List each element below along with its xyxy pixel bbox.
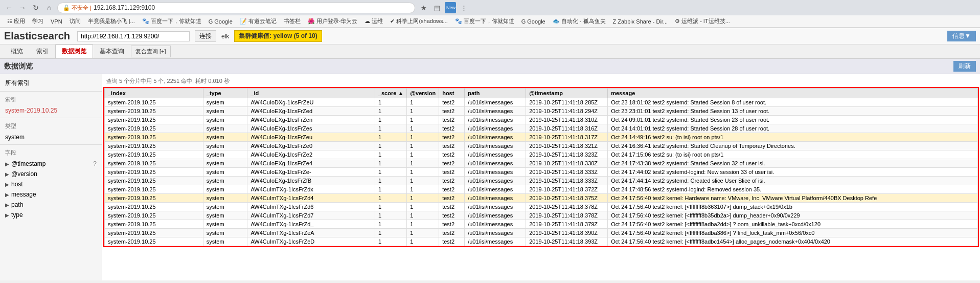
table-cell: AW4CuIoEXg-1IcsFrZed — [247, 107, 375, 116]
col-timestamp: @timestamp — [526, 89, 608, 98]
table-cell: AW4CuIoEXg-1IcsFrZe0 — [247, 142, 375, 150]
table-row[interactable]: system-2019.10.25systemAW4CuIoEXg-1IcsFr… — [105, 159, 978, 168]
home-button[interactable]: ⌂ — [44, 3, 54, 13]
sidebar-field-message[interactable]: ▶ message — [0, 189, 102, 200]
table-cell: test2 — [439, 124, 465, 133]
table-row[interactable]: system-2019.10.25systemAW4CuImTXg-1IcsFr… — [105, 229, 978, 237]
tab-index[interactable]: 索引 — [30, 45, 55, 58]
col-score[interactable]: _score ▲ — [375, 89, 406, 98]
tab-data-browse[interactable]: 数据浏览 — [55, 45, 93, 58]
new-tab-indicator: New — [445, 2, 456, 13]
connect-button[interactable]: 连接 — [195, 30, 216, 42]
bookmark-2[interactable]: VPN — [48, 17, 65, 26]
table-cell: AW4CuImTXg-1IcsFrZd7 — [247, 211, 375, 220]
table-cell: Oct 23 23:01:01 test2 systemd: Started S… — [608, 107, 978, 116]
sidebar-field-host[interactable]: ▶ host — [0, 179, 102, 189]
table-cell: AW4CuIoEXg-1IcsFrZen — [247, 116, 375, 124]
table-cell: 1 — [375, 159, 406, 168]
table-cell: system — [203, 185, 247, 194]
table-cell: 1 — [375, 107, 406, 116]
bookmark-yunwei2[interactable]: ⚙ 运维派 - IT运维技... — [672, 16, 733, 26]
table-cell: AW4CuIoEXg-1IcsFrZe2 — [247, 150, 375, 159]
table-row[interactable]: system-2019.10.25systemAW4CuImTXg-1IcsFr… — [105, 220, 978, 229]
table-row[interactable]: system-2019.10.25systemAW4CuIoEXg-1IcsFr… — [105, 150, 978, 159]
refresh-button[interactable]: 刷新 — [953, 61, 976, 72]
table-row[interactable]: system-2019.10.25systemAW4CuIoEXg-1IcsFr… — [105, 116, 978, 124]
bookmark-zabbix[interactable]: Z Zabbix Share - Dir... — [610, 17, 671, 26]
table-cell: test2 — [439, 229, 465, 237]
bookmark-huawei[interactable]: 🌺 用户登录-华为云 — [305, 16, 361, 26]
table-cell: /u01/isi/messages — [465, 142, 526, 150]
sidebar-field-version[interactable]: ▶ @version — [0, 169, 102, 179]
bookmark-star-button[interactable]: ★ — [418, 2, 429, 13]
table-row[interactable]: system-2019.10.25systemAW4CuIoEXg-1IcsFr… — [105, 142, 978, 150]
bookmark-youdao[interactable]: 📝 有道云笔记 — [237, 16, 280, 26]
address-bar[interactable]: 🔓 不安全 | 192.168.171.129:9100 — [57, 3, 415, 13]
table-row[interactable]: system-2019.10.25systemAW4CuImTXg-1IcsFr… — [105, 185, 978, 194]
bookmark-bookmarks[interactable]: 书签栏 — [281, 16, 304, 26]
col-type: _type — [203, 89, 247, 98]
table-row[interactable]: system-2019.10.25systemAW4CuImTXg-1IcsFr… — [105, 237, 978, 246]
expand-arrow-type: ▶ — [5, 212, 9, 218]
col-id: _id — [247, 89, 375, 98]
table-row[interactable]: system-2019.10.25systemAW4CuIoEXg-1IcsFr… — [105, 107, 978, 116]
extensions-button[interactable]: ▤ — [431, 2, 443, 13]
sidebar-field-type[interactable]: ▶ type — [0, 210, 102, 220]
forward-button[interactable]: → — [17, 3, 28, 13]
table-row[interactable]: system-2019.10.25systemAW4CuIoEXg-1IcsFr… — [105, 168, 978, 177]
table-row[interactable]: system-2019.10.25systemAW4CuIoEXg-1IcsFr… — [105, 177, 978, 185]
table-header-row: _index _type _id _score ▲ @version host … — [105, 89, 978, 98]
col-index: _index — [105, 89, 203, 98]
table-cell: 1 — [407, 220, 439, 229]
bookmark-baidu2[interactable]: 🐾 百度一下，你就知道 — [452, 16, 517, 26]
apps-bookmark[interactable]: ☷ 应用 — [4, 16, 28, 26]
bookmark-autofish[interactable]: 🐟 自动化 - 孤岛鱼夫 — [550, 16, 609, 26]
menu-button[interactable]: ⋮ — [458, 2, 469, 13]
bookmark-label-6: Google — [214, 18, 232, 25]
table-row[interactable]: system-2019.10.25systemAW4CuIoEXg-1IcsFr… — [105, 124, 978, 133]
url-input[interactable] — [77, 31, 190, 41]
app: Elasticsearch 连接 elk 集群健康值: yellow (5 of… — [0, 28, 980, 280]
sidebar-divider-3 — [0, 144, 102, 145]
reload-button[interactable]: ↻ — [31, 3, 41, 13]
bookmark-google[interactable]: G Google — [206, 17, 236, 26]
table-cell: 1 — [407, 150, 439, 159]
data-panel: 查询 5 个分片中用 5 个, 2251 命中, 耗时 0.010 秒 _ind… — [102, 74, 980, 280]
bookmark-google2[interactable]: G Google — [518, 17, 549, 26]
sidebar-type-item[interactable]: system — [0, 132, 102, 142]
table-cell: Oct 23 18:01:02 test2 systemd: Started S… — [608, 98, 978, 107]
table-cell: system — [203, 159, 247, 168]
table-row[interactable]: system-2019.10.25systemAW4CuIoEXg-1IcsFr… — [105, 133, 978, 142]
table-cell: test2 — [439, 194, 465, 203]
table-row[interactable]: system-2019.10.25systemAW4CuIoDXg-1IcsFr… — [105, 98, 978, 107]
table-cell: AW4CuIoDXg-1IcsFrZeU — [247, 98, 375, 107]
table-cell: Oct 24 17:56:40 test2 kernel: [<ffffffff… — [608, 211, 978, 220]
table-cell: /u01/isi/messages — [465, 159, 526, 168]
bookmark-yunwei[interactable]: ☁ 运维 — [361, 16, 386, 26]
table-cell: system-2019.10.25 — [105, 98, 203, 107]
info-button[interactable]: 信息▼ — [947, 31, 976, 41]
bookmark-3[interactable]: 访问 — [66, 16, 84, 26]
sidebar-all-indices[interactable]: 所有索引 — [0, 77, 102, 89]
tab-compound-query[interactable]: 复合查询 [+] — [131, 46, 171, 57]
back-button[interactable]: ← — [4, 3, 14, 13]
sidebar-field-path[interactable]: ▶ path — [0, 200, 102, 210]
bookmark-4[interactable]: 半竟我是杨小飞 |... — [85, 16, 138, 26]
tab-overview[interactable]: 概览 — [4, 45, 30, 58]
table-cell: AW4CuImTXg-1IcsFrZeD — [247, 237, 375, 246]
bookmark-baidu[interactable]: 🐾 百度一下，你就知道 — [139, 16, 204, 26]
table-row[interactable]: system-2019.10.25systemAW4CuImTXg-1IcsFr… — [105, 211, 978, 220]
table-cell: 1 — [375, 194, 406, 203]
sidebar-index-item[interactable]: system-2019.10.25 — [0, 105, 102, 116]
bookmark-label-9: 用户登录-华为云 — [316, 17, 358, 25]
bookmark-1[interactable]: 学习 — [29, 16, 47, 26]
table-row[interactable]: system-2019.10.25systemAW4CuImTXg-1IcsFr… — [105, 194, 978, 203]
table-cell: /u01/isi/messages — [465, 194, 526, 203]
table-row[interactable]: system-2019.10.25systemAW4CuImTXg-1IcsFr… — [105, 203, 978, 211]
table-cell: system-2019.10.25 — [105, 150, 203, 159]
tab-basic-query[interactable]: 基本查询 — [93, 45, 131, 58]
sidebar-field-timestamp[interactable]: ▶ @timestamp ? — [0, 159, 102, 169]
table-cell: /u01/isi/messages — [465, 116, 526, 124]
table-cell: 2019-10-25T11:41:18.317Z — [526, 133, 608, 142]
bookmark-shadows[interactable]: ✔ 科学上网(shadows... — [387, 16, 450, 26]
